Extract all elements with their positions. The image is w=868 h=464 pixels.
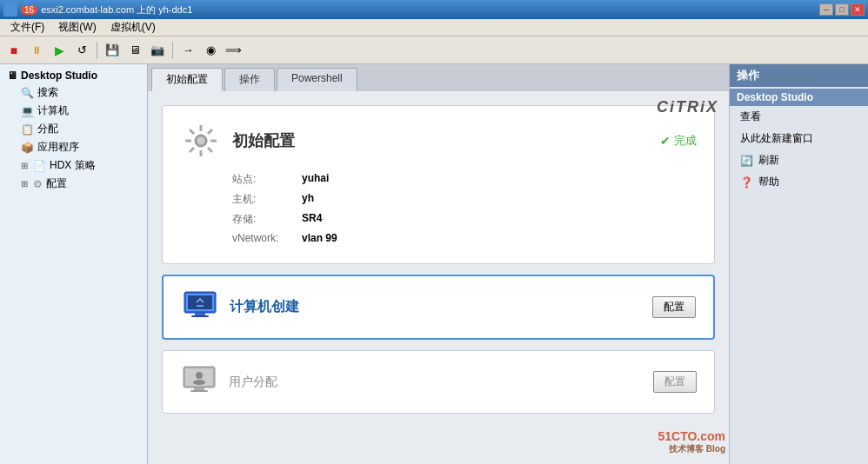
assign-icon: 📋 bbox=[21, 123, 34, 136]
menubar: 文件(F) 视图(W) 虚拟机(V) bbox=[0, 19, 868, 36]
sidebar-apps-label: 应用程序 bbox=[37, 140, 79, 155]
tabs-bar: 初始配置 操作 Powershell bbox=[148, 64, 729, 91]
menu-file[interactable]: 文件(F) bbox=[3, 18, 51, 36]
sidebar-item-hdx[interactable]: ⊞ 📄 HDX 策略 bbox=[3, 156, 144, 175]
svg-rect-13 bbox=[191, 315, 209, 317]
right-panel-view-label: 查看 bbox=[740, 109, 761, 124]
right-panel-title: 操作 bbox=[730, 64, 868, 87]
notification-badge: 16 bbox=[21, 5, 37, 15]
close-button[interactable]: ✕ bbox=[851, 3, 865, 16]
initial-config-card: 初始配置 ✔ 完成 站点: yuhai 主机: yh bbox=[162, 105, 715, 264]
initial-config-title: 初始配置 bbox=[232, 130, 295, 151]
site-row: 站点: yuhai bbox=[232, 172, 697, 187]
desktop-studio-icon: 🖥 bbox=[7, 70, 17, 82]
right-panel-refresh-label: 刷新 bbox=[758, 153, 779, 168]
toolbar-snapshot-button[interactable]: 📷 bbox=[147, 40, 168, 61]
svg-line-6 bbox=[208, 148, 212, 152]
card-header: 初始配置 ✔ 完成 bbox=[180, 120, 697, 162]
tab-operations[interactable]: 操作 bbox=[224, 68, 275, 91]
config-status: ✔ 完成 bbox=[660, 133, 697, 149]
storage-value: SR4 bbox=[302, 212, 322, 227]
sidebar-assign-label: 分配 bbox=[37, 122, 58, 136]
computer-create-config-button[interactable]: 配置 bbox=[652, 296, 696, 318]
svg-line-8 bbox=[190, 148, 194, 152]
toolbar-separator-2 bbox=[172, 42, 173, 59]
right-panel-section: Desktop Studio bbox=[730, 89, 868, 106]
user-assign-config-button[interactable]: 配置 bbox=[653, 371, 697, 393]
host-label: 主机: bbox=[232, 192, 302, 207]
sidebar-item-assign[interactable]: 📋 分配 bbox=[3, 120, 144, 138]
toolbar-refresh-button[interactable]: ↺ bbox=[71, 40, 92, 61]
user-assign-title: 用户分配 bbox=[229, 375, 653, 390]
status-text: 完成 bbox=[674, 133, 697, 149]
right-panel-new-window-label: 从此处新建窗口 bbox=[740, 131, 813, 146]
monitor-icon bbox=[181, 287, 219, 328]
refresh-icon: 🔄 bbox=[740, 155, 753, 167]
toolbar-forward-button[interactable]: ⟹ bbox=[223, 40, 244, 61]
user-icon bbox=[180, 361, 218, 402]
svg-point-20 bbox=[196, 372, 203, 379]
site-label: 站点: bbox=[232, 172, 302, 187]
sidebar-item-computers[interactable]: 💻 计算机 bbox=[3, 102, 144, 120]
content-area: 初始配置 操作 Powershell CiTRiX bbox=[148, 64, 729, 464]
window-title: esxi2.combat-lab.com 上的 yh-ddc1 bbox=[41, 3, 819, 17]
toolbar-separator-1 bbox=[97, 42, 97, 59]
toolbar-stop-button[interactable]: ■ bbox=[3, 40, 24, 61]
right-panel-help-label: 帮助 bbox=[758, 175, 779, 189]
sidebar-computers-label: 计算机 bbox=[37, 103, 69, 118]
host-value: yh bbox=[302, 192, 314, 207]
titlebar: 16 esxi2.combat-lab.com 上的 yh-ddc1 ─ □ ✕ bbox=[0, 0, 868, 19]
svg-line-7 bbox=[208, 129, 212, 134]
tab-powershell[interactable]: Powershell bbox=[277, 68, 357, 91]
help-icon: ❓ bbox=[740, 176, 753, 189]
computers-icon: 💻 bbox=[21, 105, 34, 117]
citrix-logo: CiTRiX bbox=[657, 98, 718, 116]
right-panel-help[interactable]: ❓ 帮助 bbox=[730, 171, 868, 193]
toolbar-record-button[interactable]: ◉ bbox=[200, 40, 221, 61]
menu-view[interactable]: 视图(W) bbox=[51, 18, 103, 36]
svg-rect-19 bbox=[190, 390, 208, 392]
sidebar: 🖥 Desktop Studio 🔍 搜索 💻 计算机 📋 分配 📦 应用程序 … bbox=[0, 64, 148, 464]
sidebar-root[interactable]: 🖥 Desktop Studio bbox=[3, 68, 144, 83]
svg-point-9 bbox=[197, 136, 205, 145]
hdx-expand-icon: ⊞ bbox=[21, 161, 28, 170]
hdx-icon: 📄 bbox=[33, 160, 46, 172]
toolbar-save-button[interactable]: 💾 bbox=[102, 40, 123, 61]
vnetwork-label: vNetwork: bbox=[232, 232, 302, 244]
toolbar: ■ ⏸ ▶ ↺ 💾 🖥 📷 → ◉ ⟹ bbox=[0, 36, 868, 64]
site-value: yuhai bbox=[302, 172, 329, 187]
right-panel-new-window[interactable]: 从此处新建窗口 bbox=[730, 128, 868, 149]
computer-create-card: 计算机创建 配置 bbox=[162, 275, 715, 340]
sidebar-root-label: Desktop Studio bbox=[21, 70, 97, 82]
content-body: CiTRiX bbox=[148, 91, 729, 464]
right-panel-view[interactable]: 查看 bbox=[730, 106, 868, 128]
sidebar-item-search[interactable]: 🔍 搜索 bbox=[3, 83, 144, 102]
svg-rect-14 bbox=[188, 295, 212, 309]
main-layout: 🖥 Desktop Studio 🔍 搜索 💻 计算机 📋 分配 📦 应用程序 … bbox=[0, 64, 868, 464]
toolbar-pause-button[interactable]: ⏸ bbox=[26, 40, 47, 61]
watermark: 51CTO.com 技术博客 Blog bbox=[658, 429, 725, 455]
watermark-line1: 51CTO.com bbox=[658, 429, 725, 443]
restore-button[interactable]: □ bbox=[835, 3, 849, 16]
apps-icon: 📦 bbox=[21, 142, 34, 154]
vnetwork-value: vlan 99 bbox=[302, 232, 337, 244]
toolbar-screen-button[interactable]: 🖥 bbox=[124, 40, 145, 61]
sidebar-search-label: 搜索 bbox=[37, 85, 58, 100]
watermark-line2: 技术博客 Blog bbox=[658, 443, 725, 455]
minimize-button[interactable]: ─ bbox=[819, 3, 833, 16]
sidebar-item-apps[interactable]: 📦 应用程序 bbox=[3, 138, 144, 156]
sidebar-item-config[interactable]: ⊞ ⚙ 配置 bbox=[3, 175, 144, 193]
window-controls: ─ □ ✕ bbox=[819, 3, 865, 16]
menu-vm[interactable]: 虚拟机(V) bbox=[103, 18, 163, 36]
toolbar-send-button[interactable]: → bbox=[177, 40, 198, 61]
sidebar-config-label: 配置 bbox=[46, 176, 67, 191]
toolbar-play-button[interactable]: ▶ bbox=[49, 40, 70, 61]
tab-initial-config[interactable]: 初始配置 bbox=[151, 68, 223, 91]
svg-line-5 bbox=[190, 129, 194, 134]
gear-icon bbox=[180, 120, 222, 162]
computer-create-title: 计算机创建 bbox=[230, 298, 652, 316]
vnetwork-row: vNetwork: vlan 99 bbox=[232, 232, 697, 244]
right-panel-refresh[interactable]: 🔄 刷新 bbox=[730, 149, 868, 171]
config-expand-icon: ⊞ bbox=[21, 179, 28, 189]
svg-point-21 bbox=[193, 380, 205, 385]
